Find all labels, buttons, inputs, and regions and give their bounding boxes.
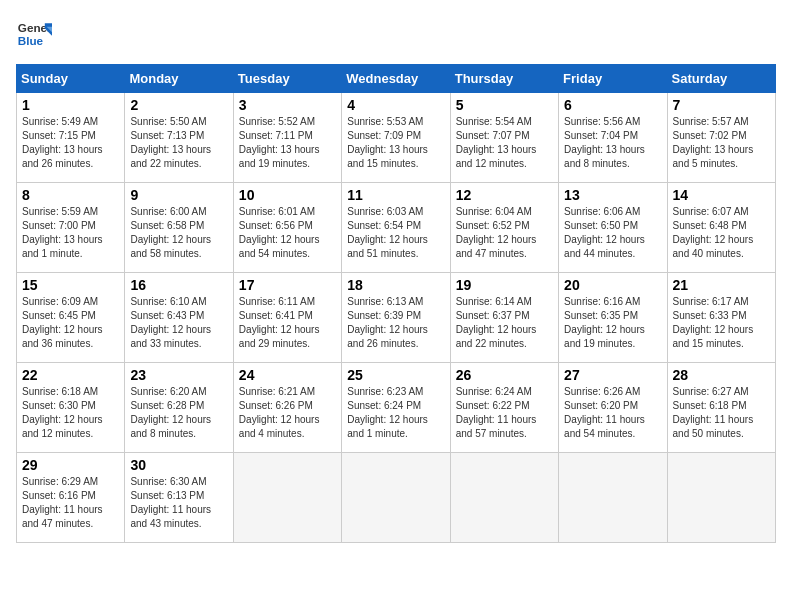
calendar-cell: 14Sunrise: 6:07 AM Sunset: 6:48 PM Dayli… [667, 183, 775, 273]
calendar-cell: 23Sunrise: 6:20 AM Sunset: 6:28 PM Dayli… [125, 363, 233, 453]
calendar-cell [667, 453, 775, 543]
weekday-header-friday: Friday [559, 65, 667, 93]
calendar-cell: 6Sunrise: 5:56 AM Sunset: 7:04 PM Daylig… [559, 93, 667, 183]
day-info: Sunrise: 6:10 AM Sunset: 6:43 PM Dayligh… [130, 295, 227, 351]
day-number: 7 [673, 97, 770, 113]
calendar-cell: 26Sunrise: 6:24 AM Sunset: 6:22 PM Dayli… [450, 363, 558, 453]
day-number: 19 [456, 277, 553, 293]
day-info: Sunrise: 5:52 AM Sunset: 7:11 PM Dayligh… [239, 115, 336, 171]
calendar-cell: 1Sunrise: 5:49 AM Sunset: 7:15 PM Daylig… [17, 93, 125, 183]
logo-icon: General Blue [16, 16, 52, 52]
calendar-cell: 27Sunrise: 6:26 AM Sunset: 6:20 PM Dayli… [559, 363, 667, 453]
calendar-cell: 4Sunrise: 5:53 AM Sunset: 7:09 PM Daylig… [342, 93, 450, 183]
calendar-cell: 10Sunrise: 6:01 AM Sunset: 6:56 PM Dayli… [233, 183, 341, 273]
day-info: Sunrise: 5:57 AM Sunset: 7:02 PM Dayligh… [673, 115, 770, 171]
day-number: 13 [564, 187, 661, 203]
day-number: 4 [347, 97, 444, 113]
day-number: 24 [239, 367, 336, 383]
calendar-cell: 12Sunrise: 6:04 AM Sunset: 6:52 PM Dayli… [450, 183, 558, 273]
calendar-cell: 18Sunrise: 6:13 AM Sunset: 6:39 PM Dayli… [342, 273, 450, 363]
calendar-week-row: 29Sunrise: 6:29 AM Sunset: 6:16 PM Dayli… [17, 453, 776, 543]
calendar-cell: 21Sunrise: 6:17 AM Sunset: 6:33 PM Dayli… [667, 273, 775, 363]
day-number: 18 [347, 277, 444, 293]
weekday-header-wednesday: Wednesday [342, 65, 450, 93]
calendar-week-row: 1Sunrise: 5:49 AM Sunset: 7:15 PM Daylig… [17, 93, 776, 183]
calendar-cell: 20Sunrise: 6:16 AM Sunset: 6:35 PM Dayli… [559, 273, 667, 363]
day-number: 10 [239, 187, 336, 203]
calendar-week-row: 15Sunrise: 6:09 AM Sunset: 6:45 PM Dayli… [17, 273, 776, 363]
calendar-cell: 24Sunrise: 6:21 AM Sunset: 6:26 PM Dayli… [233, 363, 341, 453]
day-number: 29 [22, 457, 119, 473]
day-number: 26 [456, 367, 553, 383]
calendar-cell: 13Sunrise: 6:06 AM Sunset: 6:50 PM Dayli… [559, 183, 667, 273]
calendar-cell: 29Sunrise: 6:29 AM Sunset: 6:16 PM Dayli… [17, 453, 125, 543]
day-info: Sunrise: 6:20 AM Sunset: 6:28 PM Dayligh… [130, 385, 227, 441]
day-number: 20 [564, 277, 661, 293]
calendar-cell: 5Sunrise: 5:54 AM Sunset: 7:07 PM Daylig… [450, 93, 558, 183]
day-info: Sunrise: 6:27 AM Sunset: 6:18 PM Dayligh… [673, 385, 770, 441]
day-number: 12 [456, 187, 553, 203]
day-info: Sunrise: 5:56 AM Sunset: 7:04 PM Dayligh… [564, 115, 661, 171]
calendar-cell: 8Sunrise: 5:59 AM Sunset: 7:00 PM Daylig… [17, 183, 125, 273]
day-number: 11 [347, 187, 444, 203]
calendar-week-row: 8Sunrise: 5:59 AM Sunset: 7:00 PM Daylig… [17, 183, 776, 273]
calendar-cell: 22Sunrise: 6:18 AM Sunset: 6:30 PM Dayli… [17, 363, 125, 453]
day-number: 23 [130, 367, 227, 383]
calendar-cell: 30Sunrise: 6:30 AM Sunset: 6:13 PM Dayli… [125, 453, 233, 543]
day-info: Sunrise: 6:18 AM Sunset: 6:30 PM Dayligh… [22, 385, 119, 441]
day-number: 28 [673, 367, 770, 383]
day-info: Sunrise: 6:13 AM Sunset: 6:39 PM Dayligh… [347, 295, 444, 351]
day-info: Sunrise: 6:06 AM Sunset: 6:50 PM Dayligh… [564, 205, 661, 261]
calendar-table: SundayMondayTuesdayWednesdayThursdayFrid… [16, 64, 776, 543]
day-info: Sunrise: 6:29 AM Sunset: 6:16 PM Dayligh… [22, 475, 119, 531]
day-number: 21 [673, 277, 770, 293]
day-info: Sunrise: 6:01 AM Sunset: 6:56 PM Dayligh… [239, 205, 336, 261]
logo: General Blue [16, 16, 52, 52]
weekday-header-thursday: Thursday [450, 65, 558, 93]
day-number: 9 [130, 187, 227, 203]
day-number: 5 [456, 97, 553, 113]
day-info: Sunrise: 6:07 AM Sunset: 6:48 PM Dayligh… [673, 205, 770, 261]
day-info: Sunrise: 5:53 AM Sunset: 7:09 PM Dayligh… [347, 115, 444, 171]
weekday-header-row: SundayMondayTuesdayWednesdayThursdayFrid… [17, 65, 776, 93]
calendar-cell: 25Sunrise: 6:23 AM Sunset: 6:24 PM Dayli… [342, 363, 450, 453]
day-info: Sunrise: 6:24 AM Sunset: 6:22 PM Dayligh… [456, 385, 553, 441]
calendar-cell: 9Sunrise: 6:00 AM Sunset: 6:58 PM Daylig… [125, 183, 233, 273]
day-info: Sunrise: 6:03 AM Sunset: 6:54 PM Dayligh… [347, 205, 444, 261]
calendar-cell [559, 453, 667, 543]
weekday-header-monday: Monday [125, 65, 233, 93]
day-info: Sunrise: 6:00 AM Sunset: 6:58 PM Dayligh… [130, 205, 227, 261]
day-info: Sunrise: 6:11 AM Sunset: 6:41 PM Dayligh… [239, 295, 336, 351]
weekday-header-saturday: Saturday [667, 65, 775, 93]
day-number: 15 [22, 277, 119, 293]
day-number: 22 [22, 367, 119, 383]
calendar-cell [342, 453, 450, 543]
day-info: Sunrise: 6:14 AM Sunset: 6:37 PM Dayligh… [456, 295, 553, 351]
day-number: 8 [22, 187, 119, 203]
calendar-cell: 19Sunrise: 6:14 AM Sunset: 6:37 PM Dayli… [450, 273, 558, 363]
day-number: 3 [239, 97, 336, 113]
day-info: Sunrise: 5:54 AM Sunset: 7:07 PM Dayligh… [456, 115, 553, 171]
day-info: Sunrise: 6:30 AM Sunset: 6:13 PM Dayligh… [130, 475, 227, 531]
calendar-cell: 11Sunrise: 6:03 AM Sunset: 6:54 PM Dayli… [342, 183, 450, 273]
day-number: 6 [564, 97, 661, 113]
day-info: Sunrise: 6:26 AM Sunset: 6:20 PM Dayligh… [564, 385, 661, 441]
day-number: 16 [130, 277, 227, 293]
day-info: Sunrise: 6:21 AM Sunset: 6:26 PM Dayligh… [239, 385, 336, 441]
calendar-cell [233, 453, 341, 543]
svg-text:Blue: Blue [18, 34, 44, 47]
day-info: Sunrise: 6:04 AM Sunset: 6:52 PM Dayligh… [456, 205, 553, 261]
day-info: Sunrise: 5:49 AM Sunset: 7:15 PM Dayligh… [22, 115, 119, 171]
day-info: Sunrise: 5:59 AM Sunset: 7:00 PM Dayligh… [22, 205, 119, 261]
calendar-cell: 16Sunrise: 6:10 AM Sunset: 6:43 PM Dayli… [125, 273, 233, 363]
day-number: 14 [673, 187, 770, 203]
day-number: 27 [564, 367, 661, 383]
calendar-cell [450, 453, 558, 543]
day-info: Sunrise: 6:23 AM Sunset: 6:24 PM Dayligh… [347, 385, 444, 441]
day-number: 2 [130, 97, 227, 113]
page-header: General Blue [16, 16, 776, 52]
calendar-cell: 3Sunrise: 5:52 AM Sunset: 7:11 PM Daylig… [233, 93, 341, 183]
day-info: Sunrise: 6:17 AM Sunset: 6:33 PM Dayligh… [673, 295, 770, 351]
day-number: 1 [22, 97, 119, 113]
calendar-cell: 2Sunrise: 5:50 AM Sunset: 7:13 PM Daylig… [125, 93, 233, 183]
